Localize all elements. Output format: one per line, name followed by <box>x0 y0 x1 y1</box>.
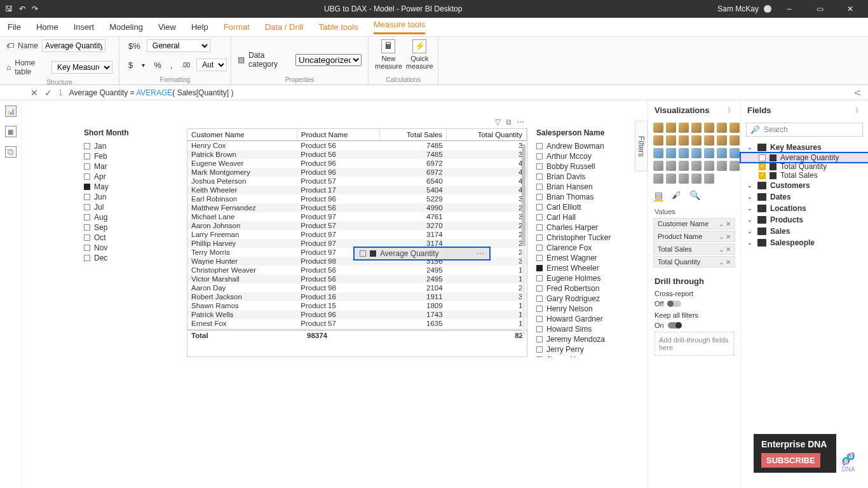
quick-measure-button[interactable]: ⚡ Quick measure <box>406 39 433 70</box>
format-select[interactable]: General <box>147 39 210 52</box>
viz-type-icon[interactable] <box>679 123 689 133</box>
sales-table-visual[interactable]: ▽ ⧉ ⋯ Customer Name Product Name Total S… <box>187 128 527 357</box>
tab-help[interactable]: Help <box>191 22 208 32</box>
viz-type-icon[interactable] <box>679 161 689 171</box>
filters-pane-tab[interactable]: Filters <box>635 121 648 172</box>
tab-file[interactable]: File <box>8 22 21 32</box>
table-row[interactable]: Matthew FernandezProduct 5649902 <box>187 203 527 212</box>
month-item[interactable]: Mar <box>84 161 129 172</box>
field-total-sales[interactable]: Total Sales <box>741 171 868 180</box>
viz-type-icon[interactable] <box>653 123 663 133</box>
table-row[interactable]: Eugene WeaverProduct 9669724 <box>187 159 527 168</box>
field-table-node[interactable]: ⌄Salespeople <box>741 237 868 248</box>
formula-expand-icon[interactable]: ⋁ <box>855 90 862 95</box>
fields-collapse-icon[interactable]: 〉 <box>855 106 862 115</box>
viz-type-icon[interactable] <box>653 161 663 171</box>
month-item[interactable]: Oct <box>84 233 129 243</box>
viz-type-icon[interactable] <box>666 161 676 171</box>
viz-type-icon[interactable] <box>691 123 702 133</box>
undo-icon[interactable]: ↶ <box>19 4 25 13</box>
salesperson-item[interactable]: Charles Harper <box>536 222 611 233</box>
table-row[interactable]: Larry FreemanProduct 9731742 <box>187 230 527 239</box>
salesperson-item[interactable]: Jeremy Mendoza <box>536 334 611 344</box>
analytics-tab-icon[interactable]: 🔍 <box>689 190 700 201</box>
more-options-icon[interactable]: ⋯ <box>517 118 524 126</box>
viz-type-icon[interactable] <box>717 135 727 146</box>
save-icon[interactable]: 🖫 <box>5 4 13 13</box>
table-row[interactable]: Henry CoxProduct 5674853 <box>187 141 527 151</box>
salesperson-item[interactable]: Carl Hall <box>536 212 611 222</box>
viz-type-icon[interactable] <box>704 148 714 158</box>
table-row[interactable]: Mark MontgomeryProduct 9669724 <box>187 168 527 177</box>
visualization-gallery[interactable] <box>648 120 740 186</box>
salesperson-item[interactable]: Fred Robertson <box>536 283 611 294</box>
key-measures-table[interactable]: ⌄ Key Measures <box>741 142 868 153</box>
table-row[interactable]: Robert JacksonProduct 1619113 <box>187 292 527 301</box>
table-row[interactable]: Joshua PetersonProduct 5765404 <box>187 177 527 186</box>
salesperson-item[interactable]: Henry Nelson <box>536 304 611 314</box>
salesperson-item[interactable]: Ernest Wheeler <box>536 263 611 273</box>
field-well-item[interactable]: Total Sales⌄ ✕ <box>653 243 735 255</box>
tab-data-drill[interactable]: Data / Drill <box>265 22 304 32</box>
viz-type-icon[interactable] <box>666 123 676 133</box>
month-item[interactable]: Feb <box>84 151 129 161</box>
drill-through-drop[interactable]: Add drill-through fields here <box>654 332 734 356</box>
viz-type-icon[interactable] <box>653 148 663 158</box>
viz-type-icon[interactable] <box>679 135 689 146</box>
viz-type-icon[interactable] <box>704 161 714 171</box>
cross-report-toggle[interactable]: Off <box>654 300 734 308</box>
table-row[interactable]: Patrick WellsProduct 9617431 <box>187 310 527 319</box>
salesperson-item[interactable]: Christopher Tucker <box>536 233 611 243</box>
viz-type-icon[interactable] <box>653 135 663 146</box>
month-item[interactable]: Jan <box>84 141 129 151</box>
formula-cancel-icon[interactable]: ✕ <box>31 88 38 98</box>
field-table-node[interactable]: ⌄Sales <box>741 226 868 237</box>
close-button[interactable]: ✕ <box>837 4 863 13</box>
percent-button[interactable]: % <box>151 60 164 70</box>
tab-home[interactable]: Home <box>36 22 58 32</box>
field-table-node[interactable]: ⌄Dates <box>741 191 868 203</box>
user-name[interactable]: Sam McKay <box>717 4 759 13</box>
tab-insert[interactable]: Insert <box>74 22 95 32</box>
field-well-item[interactable]: Customer Name⌄ ✕ <box>653 218 735 229</box>
redo-icon[interactable]: ↷ <box>32 4 38 13</box>
measure-name-input[interactable] <box>42 39 105 52</box>
salesperson-item[interactable]: Brian Hansen <box>536 182 611 192</box>
keep-filters-toggle[interactable]: On <box>654 322 734 329</box>
table-row[interactable]: Patrick BrownProduct 5674853 <box>187 150 527 159</box>
table-row[interactable]: Michael LaneProduct 9747613 <box>187 212 527 221</box>
tab-format[interactable]: Format <box>224 22 250 32</box>
salesperson-slicer[interactable]: Salesperson Name Andrew BowmanArthur Mcc… <box>536 128 611 357</box>
viz-type-icon[interactable] <box>679 148 689 158</box>
salesperson-item[interactable]: Brian Thomas <box>536 192 611 202</box>
month-item[interactable]: Dec <box>84 253 129 263</box>
salesperson-item[interactable]: Andrew Bowman <box>536 141 611 151</box>
col-total-qty[interactable]: Total Quantity <box>447 129 527 141</box>
format-tab-icon[interactable]: 🖌 <box>672 190 681 201</box>
viz-type-icon[interactable] <box>729 148 740 158</box>
table-row[interactable]: Keith WheelerProduct 1754044 <box>187 186 527 194</box>
table-row[interactable]: Ernest FoxProduct 5716351 <box>187 319 527 328</box>
salesperson-item[interactable]: Arthur Mccoy <box>536 151 611 161</box>
viz-type-icon[interactable] <box>691 148 702 158</box>
field-well-item[interactable]: Product Name⌄ ✕ <box>653 231 735 242</box>
table-scrollbar[interactable] <box>522 144 526 335</box>
viz-type-icon[interactable] <box>717 123 727 133</box>
viz-type-icon[interactable] <box>691 173 702 184</box>
focus-mode-icon[interactable]: ⧉ <box>506 118 512 126</box>
table-row[interactable]: Aaron JohnsonProduct 5732702 <box>187 221 527 230</box>
tab-modeling[interactable]: Modeling <box>109 22 143 32</box>
report-view-icon[interactable]: 📊 <box>5 105 17 117</box>
formula-commit-icon[interactable]: ✓ <box>44 88 52 98</box>
month-item[interactable]: Nov <box>84 243 129 253</box>
model-view-icon[interactable]: ⿻ <box>5 146 17 158</box>
tab-measure-tools[interactable]: Measure tools <box>374 20 426 34</box>
salesperson-item[interactable]: Carl Elliott <box>536 202 611 212</box>
month-item[interactable]: Apr <box>84 172 129 182</box>
currency-button[interactable]: $ <box>126 60 135 70</box>
fields-tab-icon[interactable]: ▤ <box>654 190 663 201</box>
field-well-item[interactable]: Total Quantity⌄ ✕ <box>653 256 735 268</box>
table-row[interactable]: Christopher WeaverProduct 5624951 <box>187 266 527 274</box>
col-total-sales[interactable]: Total Sales <box>380 129 447 141</box>
table-row[interactable]: Shawn RamosProduct 1518091 <box>187 301 527 310</box>
